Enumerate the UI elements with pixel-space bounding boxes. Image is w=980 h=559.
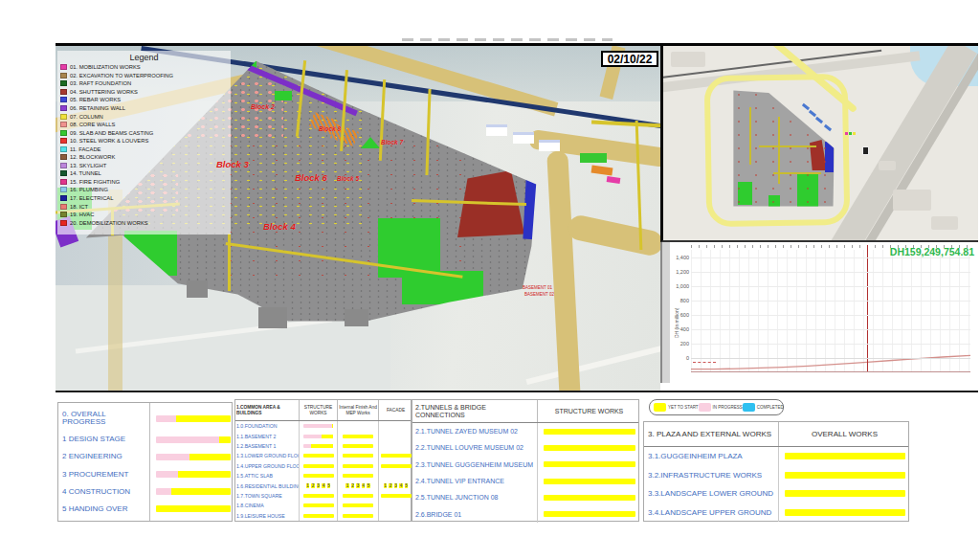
- cell: 12345: [337, 481, 378, 490]
- legend-item: 16. PLUMBING: [60, 186, 228, 194]
- y-tick-label: 800: [671, 298, 689, 303]
- block-label: Block 3: [216, 159, 249, 169]
- cell: [299, 441, 337, 451]
- grid-line: [691, 329, 970, 330]
- laydown-item: [607, 176, 621, 184]
- legend-swatch: [60, 187, 67, 192]
- legend-swatch: [60, 163, 67, 168]
- unit-number: 2: [351, 483, 355, 488]
- row-label: 1.1.BASEMENT 2: [235, 434, 299, 439]
- legend-item: 10. STEEL WORK & LOUVERS: [60, 137, 228, 145]
- rebar-zone: [523, 180, 542, 240]
- progress-bar: [544, 479, 635, 484]
- map-dot: [849, 132, 852, 135]
- cell: [378, 421, 412, 431]
- legend-swatch: [60, 64, 67, 70]
- cell: [378, 491, 412, 501]
- progress-bar: [303, 494, 334, 498]
- legend-label: 10. STEEL WORK & LOUVERS: [70, 138, 148, 144]
- legend-swatch: [60, 122, 67, 127]
- laydown-item: [591, 166, 613, 176]
- tower-crane: [228, 234, 231, 291]
- progress-row: 0. OVERALL PROGRESS: [62, 411, 228, 427]
- progress-bar: [785, 453, 905, 459]
- legend-item: 12. BLOCKWORK: [60, 153, 228, 162]
- cell: [778, 466, 910, 485]
- progress-bar: [303, 514, 334, 518]
- table-row: 3.1.GUGGEINHEIM PLAZA: [644, 447, 908, 466]
- chart-plot-area: [691, 250, 970, 372]
- legend-item: 20. DEMOBILIZATION WORKS: [60, 218, 228, 227]
- column-header: FACADE: [378, 400, 412, 420]
- legend-label: 16. PLUMBING: [70, 187, 108, 192]
- row-label: 1.3.LOWER GROUND FLOOR: [235, 453, 299, 458]
- column-header: 1.COMMON AREA & BUILDINGS: [235, 400, 299, 420]
- cell: [299, 501, 337, 510]
- row-label: 1.0.FOUNDATION: [235, 423, 299, 429]
- legend-title: Legend: [60, 53, 228, 62]
- cell: [537, 423, 640, 439]
- row-label: 3.2.INFRASTRUCTURE WORKS: [644, 471, 778, 480]
- column-header: STRUCTURE WORKS: [537, 400, 640, 422]
- progress-label: 4 CONSTRUCTION: [62, 488, 152, 496]
- mini-map: [660, 46, 978, 242]
- legend-item: 09. SLAB AND BEAMS CASTING: [60, 128, 228, 137]
- unit-number: 3: [394, 483, 398, 488]
- legend-label: 19. HVAC: [70, 212, 94, 217]
- legend-item: 11. FACADE: [60, 145, 228, 153]
- legend-swatch: [60, 97, 67, 102]
- cell: [299, 491, 337, 501]
- row-label: 1.9.LEISURE HOUSE: [235, 513, 299, 519]
- building: [486, 124, 507, 136]
- legend-item: 17. ELECTRICAL: [60, 194, 228, 203]
- legend-label: 20. DEMOBILIZATION WORKS: [70, 220, 148, 226]
- legend-item: 14. TUNNEL: [60, 169, 228, 178]
- progress-row: 1 DESIGN STAGE: [62, 436, 228, 443]
- progress-bar: [343, 444, 373, 448]
- cell: [378, 451, 412, 460]
- progress-bar: [343, 464, 373, 468]
- legend-swatch: [60, 204, 67, 210]
- legend-label: 06. RETAINING WALL: [70, 105, 125, 111]
- legend-item: 05. REBAR WORKS: [60, 96, 228, 104]
- legend-label: 14. TUNNEL: [70, 170, 101, 176]
- unit-number: 4: [362, 483, 366, 488]
- cell: [537, 439, 640, 456]
- chart-total-value: DH159,249,754.81: [890, 246, 974, 257]
- cell: [778, 503, 910, 523]
- status-legend-item: YET TO START: [654, 403, 699, 412]
- block-label: Block 4: [263, 221, 296, 232]
- common-area-table: 1.COMMON AREA & BUILDINGS STRUCTURE WORK…: [234, 399, 412, 522]
- date-value: 02/10/22: [608, 53, 653, 66]
- progress-bar: [544, 429, 635, 435]
- status-swatch: [654, 403, 666, 412]
- table-row: 1.7.TOWN SQUARE: [235, 491, 411, 501]
- table-row: 1.3.LOWER GROUND FLOOR: [235, 451, 411, 460]
- legend-label: 12. BLOCKWORK: [70, 154, 115, 160]
- unit-number: 1: [384, 483, 388, 488]
- chart-date-cursor: [867, 245, 868, 371]
- grid-line: [691, 315, 970, 316]
- legend-label: 17. ELECTRICAL: [70, 195, 113, 201]
- legend-swatch: [60, 212, 67, 217]
- legend-item: 19. HVAC: [60, 211, 228, 219]
- progress-bar: [785, 472, 905, 479]
- map-dot: [845, 132, 848, 135]
- progress-bar: [156, 471, 231, 478]
- row-label: 2.5.TUNNEL JUNCTION 08: [412, 494, 537, 501]
- legend-item: 04. SHUTTERING WORKS: [60, 88, 228, 97]
- chart-gutter: [662, 242, 670, 383]
- table-row: 2.3.TUNNEL GUGGENHEIM MUSEUM: [412, 457, 638, 473]
- unit-number: 5: [405, 483, 409, 488]
- column-header: OVERALL WORKS: [778, 422, 910, 446]
- overall-progress-table: 0. OVERALL PROGRESS1 DESIGN STAGE2 ENGIN…: [57, 402, 233, 522]
- cell: [299, 451, 337, 460]
- status-label: IN PROGRESS: [713, 405, 743, 410]
- legend-label: 02. EXCAVATION TO WATERPROOFING: [70, 73, 173, 78]
- progress-bar: [303, 474, 334, 478]
- legend-item: 07. COLUMN: [60, 112, 228, 121]
- legend-swatch: [60, 138, 67, 144]
- cell: [337, 501, 378, 510]
- grid-line: [691, 301, 970, 302]
- tunnels-table: 2.TUNNELS & BRIDGE CONNECTIONS STRUCTURE…: [412, 399, 639, 522]
